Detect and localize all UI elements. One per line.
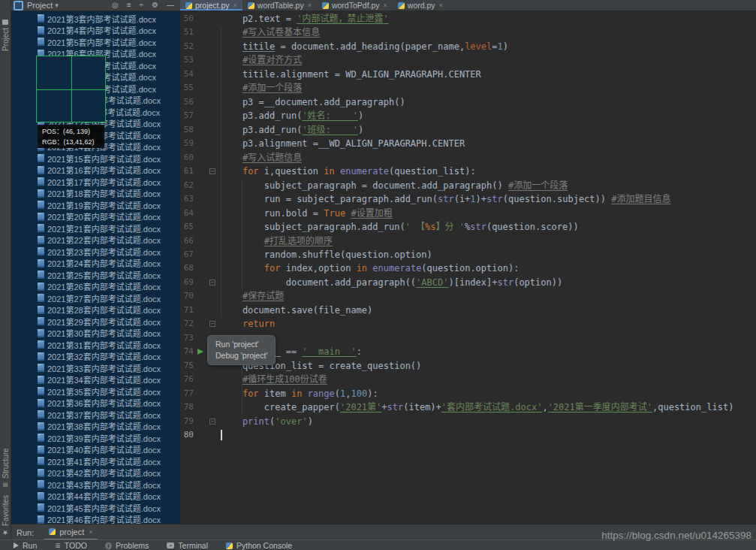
line-number: 57 <box>180 109 194 122</box>
fold-marker-icon[interactable]: − <box>209 168 215 174</box>
close-icon[interactable]: × <box>89 528 92 536</box>
color-picker-magnifier <box>36 56 106 122</box>
popup-run-item[interactable]: Run 'project' <box>215 339 267 350</box>
tree-item[interactable]: 2021第22套内部考试试题.docx <box>11 234 180 246</box>
code-line[interactable]: 72− return <box>180 317 756 331</box>
tree-item[interactable]: 2021第45套内部考试试题.docx <box>11 502 180 514</box>
code-line[interactable]: 66 #打乱选项的顺序 <box>180 234 756 248</box>
tree-item[interactable]: 2021第28套内部考试试题.docx <box>11 304 180 316</box>
settings-gear-icon[interactable]: ⚙ <box>152 2 158 9</box>
run-tab-project[interactable]: project × <box>44 524 97 540</box>
tree-item[interactable]: 2021第29套内部考试试题.docx <box>11 316 180 328</box>
tree-item[interactable]: 2021第41套内部考试试题.docx <box>11 455 180 467</box>
tree-item[interactable]: 2021第25套内部考试试题.docx <box>11 269 180 281</box>
sidebar-tab-favorites[interactable]: ★ Favorites <box>0 490 11 536</box>
statusbar-run[interactable]: Run <box>14 541 37 550</box>
statusbar-todo[interactable]: ≣TODO <box>55 541 87 550</box>
tree-item[interactable]: 2021第36套内部考试试题.docx <box>11 397 180 409</box>
fold-marker-icon[interactable]: − <box>209 321 215 327</box>
expand-collapse-icon[interactable]: ÷ <box>140 2 144 9</box>
code-line[interactable]: 50 p2.text = '内部试题，禁止泄露' <box>180 12 756 26</box>
statusbar-terminal[interactable]: >Terminal <box>167 541 208 550</box>
tree-item[interactable]: 2021第39套内部考试试题.docx <box>11 432 180 444</box>
code-line[interactable]: 52 titile = document.add_heading(paper_n… <box>180 40 756 53</box>
tree-item[interactable]: 2021第38套内部考试试题.docx <box>11 421 180 433</box>
tree-item[interactable]: 2021第34套内部考试试题.docx <box>11 374 180 386</box>
sidebar-tab-structure[interactable]: ≣ Structure <box>0 438 11 488</box>
code-line[interactable]: 65 subject_paragraph.add_run(' 【%s】分 '%s… <box>180 220 756 234</box>
tree-item[interactable]: 2021第20套内部考试试题.docx <box>11 211 180 223</box>
code-line[interactable]: 63 run = subject_paragraph.add_run(str(i… <box>180 192 756 206</box>
tree-item[interactable]: 2021第40套内部考试试题.docx <box>11 444 180 456</box>
code-line[interactable]: 80 <box>180 428 756 442</box>
tree-item[interactable]: 2021第16套内部考试试题.docx <box>11 165 180 177</box>
code-line[interactable]: 69− document.add_paragraph(('ABCD')[inde… <box>180 276 756 289</box>
code-line[interactable]: 56 p3 = document.add_paragraph() <box>180 95 756 109</box>
project-toolbar-title[interactable]: Project <box>27 1 53 10</box>
tree-item[interactable]: 2021第35套内部考试试题.docx <box>11 385 180 397</box>
locate-icon[interactable]: ◎ <box>112 2 119 9</box>
statusbar-problems[interactable]: iProblems <box>105 541 149 550</box>
tree-item[interactable]: 2021第15套内部考试试题.docx <box>11 153 180 165</box>
code-line[interactable]: 53 #设置对齐方式 <box>180 53 756 67</box>
line-number: 50 <box>180 12 194 26</box>
fold-marker-icon[interactable]: − <box>209 280 215 286</box>
tree-item[interactable]: 2021第37套内部考试试题.docx <box>11 409 180 421</box>
tree-item[interactable]: 2021第33套内部考试试题.docx <box>11 362 180 374</box>
tree-item[interactable]: 2021第24套内部考试试题.docx <box>11 258 180 270</box>
popup-debug-item[interactable]: Debug 'project' <box>215 350 267 361</box>
chevron-down-icon[interactable]: ▾ <box>55 2 59 9</box>
code-line[interactable]: 58 p3.add_run('班级:____') <box>180 123 756 137</box>
editor-tab-word.py[interactable]: word.py× <box>393 0 448 11</box>
code-line[interactable]: 55 #添加一个段落 <box>180 81 756 95</box>
close-icon[interactable]: × <box>308 2 312 9</box>
code-line[interactable]: 70 #保存试题 <box>180 289 756 303</box>
code-line[interactable]: 67 random.shuffle(question.option) <box>180 248 756 261</box>
close-icon[interactable]: × <box>439 2 443 9</box>
editor-tab-project.py[interactable]: project.py× <box>180 0 242 11</box>
editor-tab-wordTable.py[interactable]: wordTable.py× <box>242 0 317 11</box>
code-line[interactable]: 59 p3.alignment = WD_ALIGN_PARAGRAPH.CEN… <box>180 137 756 150</box>
run-gutter-icon[interactable] <box>197 349 203 355</box>
code-line[interactable]: 57 p3.add_run('姓名:____') <box>180 109 756 122</box>
code-line[interactable]: 77 for item in range(1,100): <box>180 387 756 400</box>
tree-item[interactable]: 2021第42套内部考试试题.docx <box>11 467 180 479</box>
tree-item[interactable]: 2021第23套内部考试试题.docx <box>11 246 180 258</box>
tree-item[interactable]: 2021第17套内部考试试题.docx <box>11 176 180 188</box>
code-line[interactable]: 68 for index,option in enumerate(questio… <box>180 261 756 275</box>
close-icon[interactable]: × <box>384 2 387 9</box>
code-line[interactable]: 76 #循环生成100份试卷 <box>180 373 756 386</box>
tree-item[interactable]: 2021第5套内部考试试题.docx <box>11 36 180 48</box>
tree-item[interactable]: 2021第43套内部考试试题.docx <box>11 479 180 491</box>
tree-item[interactable]: 2021第46套内部考试试题.docx <box>11 514 180 524</box>
tree-item[interactable]: 2021第44套内部考试试题.docx <box>11 491 180 503</box>
code-line[interactable]: 78 create_papper('2021第'+str(item)+'套内部考… <box>180 400 756 414</box>
tree-item[interactable]: 2021第3套内部考试试题.docx <box>11 13 180 25</box>
statusbar-python-console[interactable]: Python Console <box>226 541 292 550</box>
code-line[interactable]: 62 subject_paragraph = document.add_para… <box>180 179 756 192</box>
tree-item[interactable]: 2021第18套内部考试试题.docx <box>11 188 180 200</box>
collapse-all-icon[interactable]: ≡ <box>127 2 131 9</box>
code-line[interactable]: 54 titile.alignment = WD_ALIGN_PARAGRAPH… <box>180 68 756 81</box>
hide-panel-icon[interactable]: — <box>167 2 174 9</box>
tree-item[interactable]: 2021第32套内部考试试题.docx <box>11 351 180 363</box>
code-line[interactable]: 71 document.save(file_name) <box>180 304 756 317</box>
tree-item[interactable]: 2021第30套内部考试试题.docx <box>11 328 180 340</box>
tree-item[interactable]: 2021第19套内部考试试题.docx <box>11 199 180 211</box>
code-line[interactable]: 79− print('over') <box>180 415 756 428</box>
code-line[interactable]: 61− for i,question in enumerate(question… <box>180 165 756 178</box>
tree-item[interactable]: 2021第31套内部考试试题.docx <box>11 339 180 351</box>
code-editor[interactable]: 50 p2.text = '内部试题，禁止泄露'51 #写入试卷基本信息52 t… <box>180 11 756 524</box>
close-icon[interactable]: × <box>233 2 237 9</box>
code-line[interactable]: 64 run.bold = True #设置加粗 <box>180 207 756 220</box>
tree-item[interactable]: 2021第26套内部考试试题.docx <box>11 281 180 293</box>
tree-item[interactable]: 2021第21套内部考试试题.docx <box>11 222 180 234</box>
tree-item[interactable]: 2021第27套内部考试试题.docx <box>11 292 180 304</box>
tree-item[interactable]: 2021第4套内部考试试题.docx <box>11 25 180 37</box>
code-line[interactable]: 51 #写入试卷基本信息 <box>180 26 756 39</box>
code-line[interactable]: 60 #写入试题信息 <box>180 151 756 165</box>
fold-marker-icon[interactable]: − <box>209 419 215 425</box>
text-caret <box>221 430 222 440</box>
editor-tab-wordToPdf.py[interactable]: wordToPdf.py× <box>317 0 393 11</box>
sidebar-tab-project[interactable]: Project <box>0 8 11 51</box>
